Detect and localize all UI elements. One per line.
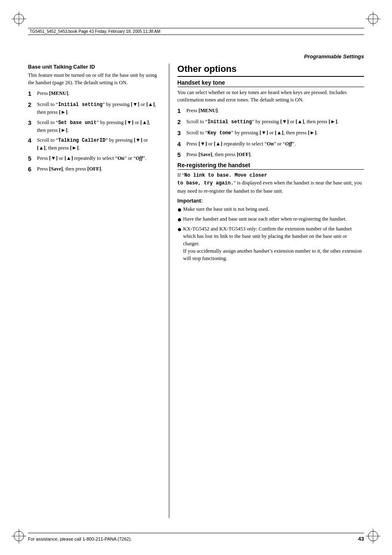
important-label: Important: — [178, 198, 364, 204]
corner-mark-br — [366, 529, 380, 543]
footer-text: For assistance, please call 1-800-211-PA… — [28, 537, 132, 541]
subsection-reregister-title: Re-registering the handset — [178, 162, 364, 170]
bullet-item-2: ● Have the handset and base unit near ea… — [178, 215, 364, 223]
left-step-6: 6 Press [Save], then press [OFF]. — [28, 165, 159, 174]
right-main-title: Other options — [178, 64, 364, 77]
right-step-1: 1 Press [MENU]. — [178, 107, 364, 115]
important-bullet-list: ● Make sure the base unit is not being u… — [178, 205, 364, 263]
footer-page-number: 43 — [358, 536, 364, 542]
right-step-2: 2 Scroll to “Initial setting” by pressin… — [178, 118, 364, 127]
page: TG5451_5452_5453.book Page 43 Friday, Fe… — [0, 0, 392, 555]
content-area: Base unit Talking Caller ID This feature… — [28, 64, 364, 518]
right-column: Other options Handset key tone You can s… — [169, 64, 364, 518]
left-column: Base unit Talking Caller ID This feature… — [28, 64, 169, 518]
left-step-4: 4 Scroll to “Talking CallerID” by pressi… — [28, 136, 159, 152]
left-step-3: 3 Scroll to “Set base unit” by pressing … — [28, 119, 159, 134]
corner-mark-tr — [366, 12, 380, 26]
header-meta: TG5451_5452_5453.book Page 43 Friday, Fe… — [28, 28, 364, 35]
right-step-5: 5 Press [Save], then press [OFF]. — [178, 151, 364, 159]
bullet-item-1: ● Make sure the base unit is not being u… — [178, 205, 364, 213]
left-step-5: 5 Press [▼] or [▲] repeatedly to select … — [28, 154, 159, 163]
corner-mark-bl — [12, 529, 26, 543]
subsection-handset-key-tone-intro: You can select whether or not key tones … — [178, 89, 364, 104]
section-heading: Programmable Settings — [304, 53, 364, 60]
corner-mark-tl — [12, 12, 26, 26]
right-step-3: 3 Scroll to “Key tone” by pressing [▼] o… — [178, 129, 364, 138]
subsection-handset-key-tone-title: Handset key tone — [178, 79, 364, 87]
subsection-reregister-intro: If “No link to base. Move closerto base,… — [178, 171, 364, 195]
bullet-item-3: ● KX-TG5452 and KX-TG5453 only: Confirm … — [178, 225, 364, 263]
left-section-intro: This feature must be turned on or off fo… — [28, 71, 159, 86]
left-step-1: 1 Press [MENU]. — [28, 90, 159, 98]
left-section-title: Base unit Talking Caller ID — [28, 64, 159, 70]
footer: For assistance, please call 1-800-211-PA… — [28, 533, 364, 542]
right-step-4: 4 Press [▼] or [▲] repeatedly to select … — [178, 140, 364, 149]
left-step-2: 2 Scroll to “Initial setting” by pressin… — [28, 101, 159, 116]
